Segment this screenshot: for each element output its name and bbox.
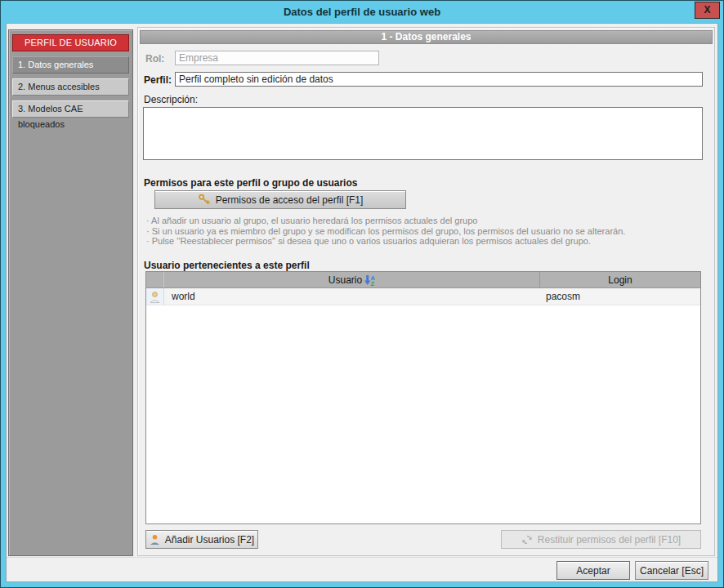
dialog-window: Datos del perfil de usuario web X PERFIL… — [0, 0, 724, 588]
row-icon-cell — [146, 288, 164, 305]
usuarios-heading: Usuario pertenecientes a este perfil — [144, 260, 310, 271]
users-table: Usuario A Z Login — [145, 271, 701, 524]
cancel-button-label: Cancelar [Esc] — [640, 565, 704, 577]
restore-permissions-button-label: Restituir permisos del perfil [F10] — [538, 534, 681, 546]
perfil-input[interactable] — [175, 72, 703, 87]
users-table-icon-column-header — [146, 272, 164, 287]
permisos-acceso-button-label: Permisos de acceso del perfil [F1] — [216, 194, 364, 206]
users-table-header: Usuario A Z Login — [146, 272, 700, 288]
table-row[interactable]: world pacosm — [146, 288, 700, 305]
sidebar-header: PERFIL DE USUARIO — [12, 34, 129, 51]
add-users-button[interactable]: Añadir Usuarios [F2] — [145, 530, 258, 549]
users-table-usuario-column-header[interactable]: Usuario A Z — [164, 272, 540, 287]
add-user-icon — [150, 534, 160, 546]
accept-button-label: Aceptar — [576, 565, 610, 577]
rol-label: Rol: — [145, 53, 164, 65]
permisos-heading: Permisos para este perfil o grupo de usu… — [144, 177, 357, 189]
svg-text:Z: Z — [371, 280, 375, 285]
sidebar-item-menus-accesibles[interactable]: 2. Menus accesibles — [12, 78, 129, 96]
descripcion-label: Descripción: — [144, 94, 198, 105]
sidebar-item-datos-generales[interactable]: 1. Datos generales — [12, 56, 129, 74]
rol-input — [175, 51, 379, 65]
sort-ascending-icon: A Z — [364, 274, 375, 286]
cancel-button[interactable]: Cancelar [Esc] — [635, 561, 708, 580]
permisos-notes: · Al añadir un usuario al grupo, el usua… — [146, 216, 625, 247]
accept-button[interactable]: Aceptar — [556, 561, 630, 580]
perfil-label: Perfil: — [144, 74, 172, 86]
usuario-column-label: Usuario — [328, 274, 362, 286]
user-avatar-icon — [150, 291, 160, 303]
close-button[interactable]: X — [695, 2, 720, 19]
main-panel: 1 - Datos generales Rol: Perfil: Descrip… — [137, 27, 715, 556]
titlebar[interactable]: Datos del perfil de usuario web X — [1, 1, 723, 23]
note-line: · Si un usuario ya es miembro del grupo … — [146, 226, 625, 237]
dialog-title: Datos del perfil de usuario web — [1, 1, 723, 23]
sidebar: PERFIL DE USUARIO 1. Datos generales 2. … — [8, 29, 133, 556]
restore-permissions-button[interactable]: Restituir permisos del perfil [F10] — [501, 530, 701, 549]
row-usuario-cell: world — [164, 288, 540, 305]
footer-bar: Aceptar Cancelar [Esc] — [7, 557, 717, 581]
section-header: 1 - Datos generales — [140, 30, 713, 44]
note-line: · Pulse ''Reestablecer permisos'' si des… — [146, 236, 625, 247]
sidebar-item-modelos-cae-bloqueados[interactable]: 3. Modelos CAE bloqueados — [12, 100, 129, 118]
permisos-acceso-button[interactable]: Permisos de acceso del perfil [F1] — [154, 190, 406, 209]
close-icon: X — [704, 4, 710, 16]
descripcion-textarea[interactable] — [143, 107, 703, 160]
svg-text:A: A — [371, 274, 375, 280]
users-table-login-column-header[interactable]: Login — [540, 272, 700, 287]
row-login-cell: pacosm — [540, 288, 700, 305]
dialog-body: PERFIL DE USUARIO 1. Datos generales 2. … — [6, 23, 718, 582]
add-users-button-label: Añadir Usuarios [F2] — [165, 534, 254, 546]
refresh-icon — [521, 534, 533, 546]
keys-icon — [198, 194, 211, 206]
note-line: · Al añadir un usuario al grupo, el usua… — [146, 216, 625, 226]
